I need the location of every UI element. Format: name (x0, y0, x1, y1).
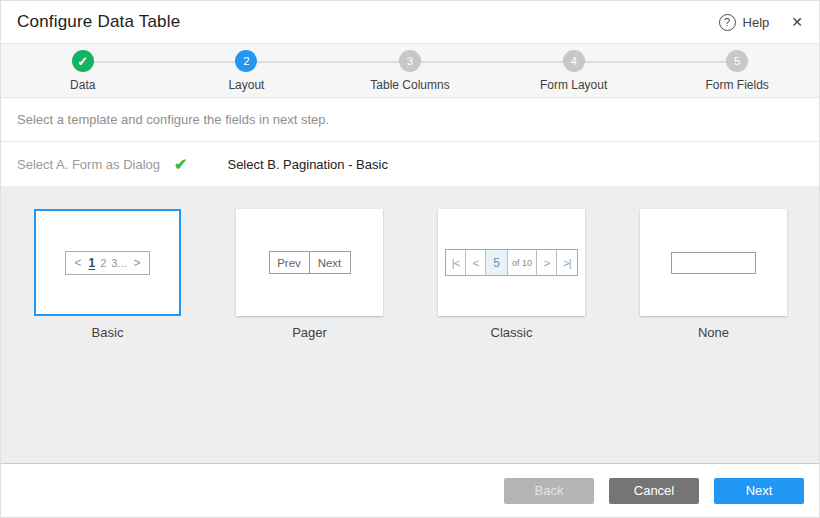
template-card-pager[interactable]: Prev Next Pager (236, 209, 383, 340)
prev-button-preview: Prev (270, 252, 310, 273)
template-card-basic-preview[interactable]: < 1 2 3... > (34, 209, 181, 316)
select-b-label: Select B. Pagination - Basic (227, 157, 387, 172)
template-label-pager: Pager (292, 325, 327, 340)
of-total-cell: of 10 (508, 250, 537, 275)
step-data-label: Data (70, 78, 95, 92)
selection-row: Select A. Form as Dialog ✔ Select B. Pag… (1, 142, 819, 186)
template-label-basic: Basic (92, 325, 124, 340)
page-2: 2 (100, 257, 106, 269)
select-a-label: Select A. Form as Dialog (17, 157, 160, 172)
next-button-preview: Next (310, 252, 350, 273)
empty-pagination-preview (671, 252, 756, 274)
page-3-ellipsis: 3... (111, 257, 126, 269)
basic-pagination-preview: < 1 2 3... > (65, 251, 150, 275)
step-table-columns-label: Table Columns (370, 78, 449, 92)
page-1-current: 1 (88, 256, 95, 270)
back-button[interactable]: Back (504, 478, 594, 504)
pager-pagination-preview: Prev Next (269, 251, 351, 274)
step-data-check-icon[interactable]: ✓ (72, 50, 94, 72)
next-page-icon: > (537, 250, 557, 275)
check-icon: ✔ (174, 155, 187, 174)
step-layout-circle[interactable]: 2 (235, 50, 257, 72)
step-data[interactable]: ✓ Data (1, 44, 165, 97)
template-gallery: < 1 2 3... > Basic Prev Next Pager (1, 186, 819, 463)
help-link[interactable]: Help (743, 15, 770, 30)
template-label-none: None (698, 325, 729, 340)
step-layout[interactable]: 2 Layout (165, 44, 329, 97)
first-page-icon: |< (446, 250, 466, 275)
template-card-none[interactable]: None (640, 209, 787, 340)
template-card-basic[interactable]: < 1 2 3... > Basic (34, 209, 181, 340)
wizard-stepper: ✓ Data 2 Layout 3 Table Columns 4 Form L… (1, 44, 819, 98)
template-card-classic[interactable]: |< < 5 of 10 > >| Classic (438, 209, 585, 340)
next-button[interactable]: Next (714, 478, 804, 504)
template-label-classic: Classic (491, 325, 533, 340)
classic-pagination-preview: |< < 5 of 10 > >| (445, 249, 578, 276)
step-form-layout-circle[interactable]: 4 (563, 50, 585, 72)
hint-row: Select a template and configure the fiel… (1, 98, 819, 142)
hint-text: Select a template and configure the fiel… (17, 112, 329, 127)
close-icon[interactable]: ✕ (791, 14, 803, 30)
step-table-columns-circle[interactable]: 3 (399, 50, 421, 72)
next-chevron-icon: > (132, 256, 143, 270)
step-form-layout[interactable]: 4 Form Layout (492, 44, 656, 97)
template-card-classic-preview[interactable]: |< < 5 of 10 > >| (438, 209, 585, 316)
step-form-fields[interactable]: 5 Form Fields (655, 44, 819, 97)
template-card-pager-preview[interactable]: Prev Next (236, 209, 383, 316)
prev-chevron-icon: < (72, 256, 83, 270)
prev-page-icon: < (466, 250, 486, 275)
cancel-button[interactable]: Cancel (609, 478, 699, 504)
dialog-footer: Back Cancel Next (1, 463, 819, 517)
dialog-header: Configure Data Table ? Help ✕ (1, 1, 819, 44)
header-actions: ? Help ✕ (719, 14, 803, 31)
help-icon[interactable]: ? (719, 14, 736, 31)
dialog-title: Configure Data Table (17, 12, 180, 32)
template-card-none-preview[interactable] (640, 209, 787, 316)
last-page-icon: >| (557, 250, 577, 275)
step-form-layout-label: Form Layout (540, 78, 607, 92)
step-form-fields-label: Form Fields (706, 78, 769, 92)
step-form-fields-circle[interactable]: 5 (726, 50, 748, 72)
step-layout-label: Layout (228, 78, 264, 92)
current-page-cell: 5 (486, 250, 508, 275)
step-table-columns[interactable]: 3 Table Columns (328, 44, 492, 97)
configure-data-table-dialog: Configure Data Table ? Help ✕ ✓ Data 2 L… (0, 0, 820, 518)
